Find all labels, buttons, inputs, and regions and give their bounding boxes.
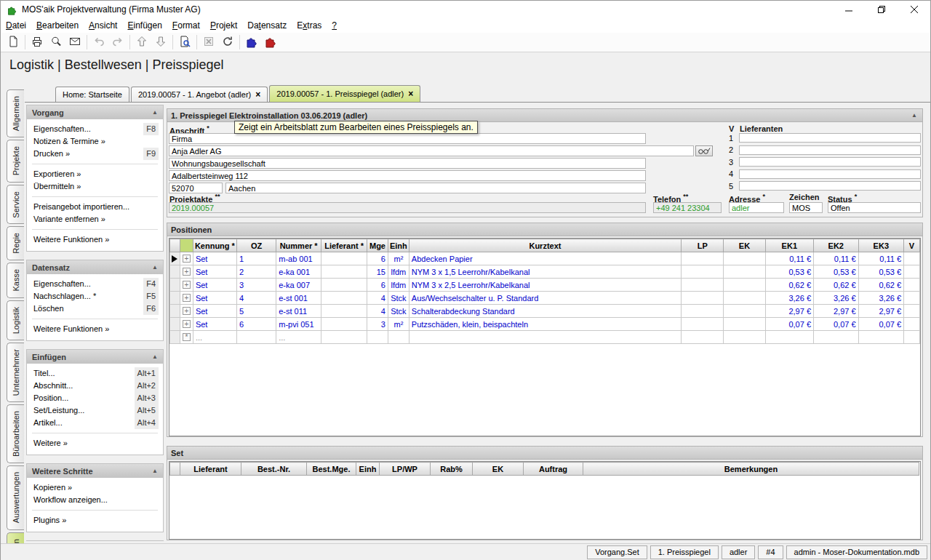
email-button[interactable]	[65, 34, 84, 50]
plugin-red-button[interactable]	[261, 34, 280, 50]
cell-kennung[interactable]: Set	[193, 265, 236, 279]
collapse-panel-icon[interactable]: ▲	[152, 264, 158, 271]
sidebar-item-plugins[interactable]: Plugins »	[27, 514, 163, 527]
menu-help[interactable]: ?	[327, 18, 342, 33]
address-line-field[interactable]	[169, 145, 694, 156]
col-header-ek[interactable]: EK	[473, 463, 524, 476]
cell-ek2[interactable]: 2,97 €	[814, 305, 859, 318]
cell-v[interactable]	[904, 279, 920, 292]
menu-bearbeiten[interactable]: Bearbeiten	[31, 18, 84, 33]
plz-field[interactable]	[169, 183, 223, 193]
cell-ek2[interactable]: 0,11 €	[814, 252, 859, 265]
cell-v[interactable]	[904, 252, 920, 265]
cell-mge[interactable]: 4	[367, 305, 388, 318]
col-header-selector[interactable]	[170, 463, 180, 476]
cell-ek3[interactable]: 2,97 €	[858, 305, 904, 318]
restore-button[interactable]	[865, 1, 898, 18]
sidebar-item-preisangebot-importieren[interactable]: Preisangebot importieren...	[27, 201, 163, 213]
cell-selector[interactable]	[170, 331, 180, 344]
cell-v[interactable]	[904, 305, 920, 318]
document-search-button[interactable]	[175, 34, 194, 50]
col-header-expander[interactable]	[180, 239, 193, 252]
cell-expander[interactable]: +	[180, 292, 193, 305]
cell-ek1[interactable]: 2,97 €	[765, 305, 813, 318]
lieferant-field[interactable]	[739, 157, 921, 167]
col-header-ek[interactable]: EK	[724, 239, 765, 252]
cell-einh[interactable]: m²	[388, 318, 409, 331]
telefon-field[interactable]	[653, 202, 722, 213]
vtab-regie[interactable]: Regie	[7, 226, 24, 260]
cell-nummer[interactable]: e-ka 007	[276, 279, 321, 292]
cell-mge[interactable]: 4	[367, 292, 388, 305]
refresh-button[interactable]	[218, 34, 237, 50]
cell-lieferant[interactable]	[321, 265, 367, 279]
projektakte-field[interactable]	[169, 202, 646, 213]
cell-nummer[interactable]: ...	[276, 331, 321, 344]
collapse-panel-icon[interactable]: ▲	[152, 109, 158, 116]
col-header-rab[interactable]: Rab%	[431, 463, 473, 476]
cell-ek3[interactable]: 0,11 €	[858, 252, 904, 265]
col-header-ek1[interactable]: EK1	[765, 239, 813, 252]
close-button[interactable]	[898, 1, 930, 18]
cell-v[interactable]	[904, 292, 920, 305]
cell-ek1[interactable]: 0,07 €	[765, 318, 813, 331]
cell-lp[interactable]	[682, 331, 724, 344]
lieferant-field[interactable]	[739, 133, 921, 143]
cell-ek3[interactable]: 3,26 €	[858, 292, 904, 305]
cell-lieferant[interactable]	[321, 252, 367, 265]
cell-mge[interactable]: 3	[367, 318, 388, 331]
lieferant-field[interactable]	[739, 169, 921, 179]
cell-oz[interactable]: 2	[236, 265, 276, 279]
vtab-logistik[interactable]: Logistik	[7, 300, 24, 340]
cell-einh[interactable]: lfdm	[388, 265, 409, 279]
cell-expander[interactable]: *	[180, 331, 193, 344]
menu-extras[interactable]: Extras	[292, 18, 327, 33]
sidebar-item-abschnitt[interactable]: Abschnitt...Alt+2	[27, 380, 163, 392]
cell-ek2[interactable]: 3,26 €	[814, 292, 859, 305]
lieferant-field[interactable]	[739, 145, 921, 155]
cell-ek3[interactable]: 0,53 €	[858, 265, 904, 279]
sidebar-item-set-leistung[interactable]: Set/Leistung...Alt+5	[27, 404, 163, 417]
cell-ek2[interactable]	[814, 331, 859, 344]
col-header-kennung[interactable]: Kennung *	[193, 239, 236, 252]
sidebar-item-weitere[interactable]: Weitere »	[27, 437, 163, 449]
expand-row-icon[interactable]: +	[183, 268, 191, 276]
cell-nummer[interactable]: m-ab 001	[276, 252, 321, 265]
cell-v[interactable]	[904, 265, 920, 279]
cell-ek2[interactable]: 0,07 €	[814, 318, 859, 331]
cell-selector[interactable]	[170, 318, 180, 331]
cell-selector[interactable]	[170, 265, 180, 279]
sidebar-item-notizen-termine[interactable]: Notizen & Termine »	[27, 135, 163, 148]
col-header-einh[interactable]: Einh	[356, 463, 380, 476]
cell-kennung[interactable]: Set	[193, 318, 236, 331]
sidebar-item-uebermitteln[interactable]: Übermitteln »	[27, 180, 163, 193]
new-document-button[interactable]	[4, 34, 23, 50]
col-header-v[interactable]: V	[904, 239, 920, 252]
vtab-service[interactable]: Service	[7, 185, 24, 225]
cell-ek3[interactable]: 0,07 €	[858, 318, 904, 331]
menu-datensatz[interactable]: Datensatz	[242, 18, 292, 33]
cell-oz[interactable]: 4	[236, 292, 276, 305]
sidebar-item-artikel[interactable]: Artikel...Alt+4	[27, 417, 163, 429]
print-preview-button[interactable]	[47, 34, 65, 50]
cell-selector[interactable]	[170, 279, 180, 292]
close-tab-icon[interactable]: ×	[408, 90, 413, 97]
col-header-best-mge[interactable]: Best.Mge.	[307, 463, 356, 476]
col-header-lp[interactable]: LP	[682, 239, 724, 252]
vtab-auswertungen[interactable]: Auswertungen	[7, 465, 24, 529]
cell-kurztext[interactable]: Abdecken Papier	[409, 252, 681, 265]
cell-lieferant[interactable]	[321, 305, 367, 318]
col-header-ek3[interactable]: EK3	[858, 239, 904, 252]
cell-selector[interactable]	[170, 292, 180, 305]
sidebar-item-variante-entfernen[interactable]: Variante entfernen »	[27, 213, 163, 225]
cell-ek[interactable]	[724, 331, 765, 344]
cell-kennung[interactable]: Set	[193, 305, 236, 318]
lieferant-field[interactable]	[739, 181, 921, 191]
collapse-panel-icon[interactable]: ▲	[911, 112, 917, 119]
col-header-lieferant[interactable]: Lieferant	[180, 463, 241, 476]
sidebar-item-titel[interactable]: Titel...Alt+1	[27, 367, 163, 380]
col-header-mge[interactable]: Mge	[367, 239, 388, 252]
col-header-auftrag[interactable]: Auftrag	[524, 463, 583, 476]
cell-mge[interactable]: 6	[367, 252, 388, 265]
cell-lp[interactable]	[682, 292, 724, 305]
